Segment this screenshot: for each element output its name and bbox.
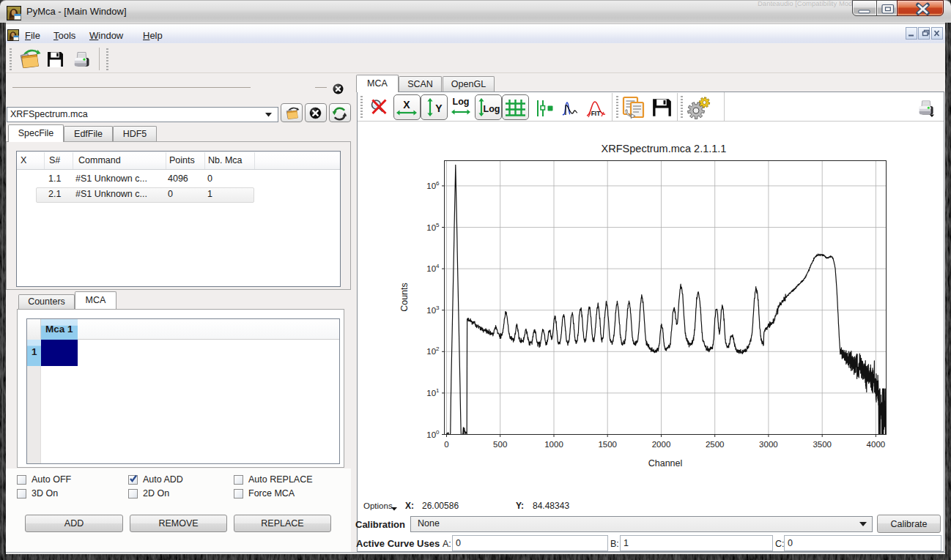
svg-text:FIT: FIT — [591, 110, 602, 117]
svg-text:Log: Log — [484, 104, 500, 114]
svg-text:3500: 3500 — [813, 440, 832, 449]
svg-text:3000: 3000 — [759, 440, 778, 449]
svg-text:Channel: Channel — [648, 458, 683, 468]
svg-text:4000: 4000 — [867, 440, 886, 449]
svg-text:2500: 2500 — [706, 440, 725, 449]
svg-text:1000: 1000 — [544, 440, 563, 449]
svg-text:0: 0 — [444, 440, 448, 449]
svg-text:Y: Y — [435, 102, 443, 114]
svg-text:Counts: Counts — [399, 283, 410, 312]
svg-text:XRFSpectrum.mca 2.1.1.1: XRFSpectrum.mca 2.1.1.1 — [602, 143, 727, 154]
svg-text:X: X — [403, 99, 410, 111]
svg-text:2000: 2000 — [652, 440, 671, 449]
svg-text:1500: 1500 — [598, 440, 617, 449]
svg-text:Log: Log — [453, 97, 470, 107]
svg-text:500: 500 — [493, 440, 507, 449]
